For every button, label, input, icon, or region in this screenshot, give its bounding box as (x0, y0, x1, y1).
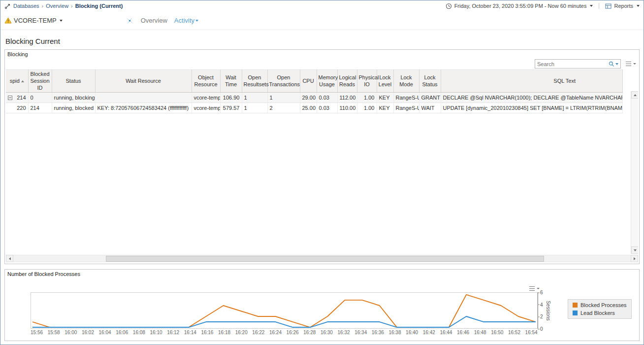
cell-physical-io: 1.00 (357, 93, 377, 103)
x-axis-labels: 15:5615:5816:0016:0216:0416:0616:0816:10… (31, 330, 538, 335)
breadcrumb-databases[interactable]: Databases (13, 3, 39, 9)
x-tick-label: 16:50 (491, 330, 503, 335)
instance-caret-icon[interactable] (60, 20, 63, 22)
page-title: Blocking Current (0, 30, 644, 48)
breadcrumb-current: Blocking (Current) (75, 3, 123, 9)
cell-wait-time: 579.57 (220, 103, 242, 113)
hscroll-track[interactable] (13, 255, 631, 262)
cell-cpu: 25.00 (300, 103, 317, 113)
vertical-scrollbar[interactable] (631, 91, 638, 254)
cell-lock-status: WAIT (419, 103, 441, 113)
search-options-caret-icon[interactable] (615, 63, 618, 65)
warning-icon (4, 17, 12, 24)
tab-activity[interactable]: Activity (174, 17, 198, 24)
grid-table-wrap: spid Blocked Session ID Status Wait Reso… (6, 69, 631, 254)
breadcrumb-overview[interactable]: Overview (46, 3, 68, 9)
y-tick-label: 6 (540, 290, 543, 295)
x-tick-label: 16:14 (184, 330, 196, 335)
blocking-panel: Blocking (4, 49, 640, 264)
legend-item-lead-blockers[interactable]: Lead Blockers (573, 310, 627, 316)
cell-wait-resource (95, 93, 192, 103)
grid-menu-icon[interactable] (626, 62, 636, 66)
x-tick-label: 16:52 (508, 330, 520, 335)
tab-activity-label: Activity (174, 17, 194, 24)
column-header-lock-status[interactable]: Lock Status (419, 70, 441, 93)
column-header-physical-io[interactable]: Physical IO (357, 70, 377, 93)
instance-name: VCORE-TEMP (14, 17, 57, 24)
column-header-open-resultsets[interactable]: Open Resultsets (242, 70, 267, 93)
cell-sql-text: UPDATE [dynamic_202010230845] SET [BNAME… (441, 103, 623, 113)
scroll-up-button[interactable] (631, 91, 638, 99)
scroll-right-button[interactable] (631, 255, 638, 262)
breadcrumb-separator-icon (42, 3, 44, 9)
menu-bars-icon (529, 286, 535, 291)
line-chart (31, 292, 538, 329)
column-label: spid (10, 78, 20, 85)
legend-label: Lead Blockers (580, 310, 615, 316)
cell-lock-status: GRANT (419, 93, 441, 103)
clock-icon (446, 3, 452, 9)
x-tick-label: 16:46 (457, 330, 469, 335)
y-tick-label: 2 (540, 314, 543, 319)
column-header-wait-time[interactable]: Wait Time (220, 70, 242, 93)
table-row[interactable]: 220 214 running, blocked KEY: 8:72057606… (6, 103, 623, 113)
topbar-divider (599, 3, 599, 9)
x-tick-label: 15:58 (48, 330, 60, 335)
arrow-down-icon (634, 249, 637, 251)
reports-button[interactable]: Reports (614, 3, 633, 9)
x-tick-label: 16:42 (423, 330, 435, 335)
legend-item-blocked-processes[interactable]: Blocked Processes (573, 302, 627, 308)
column-header-wait-resource[interactable]: Wait Resource (95, 70, 192, 93)
breadcrumb: Databases Overview Blocking (Current) (4, 3, 123, 9)
column-header-lock-mode[interactable]: Lock Mode (393, 70, 419, 93)
chart-menu-icon[interactable] (529, 286, 540, 291)
grid-menu-caret-icon (633, 63, 636, 65)
menu-bars-icon (626, 62, 631, 66)
chart-body: 15:5615:5816:0016:0216:0416:0616:0816:10… (5, 292, 639, 335)
table-row[interactable]: 214 0 running, blocking vcore-temp 106.9… (6, 93, 623, 103)
time-range-caret-icon[interactable] (590, 5, 593, 7)
cell-sql-text: DECLARE @Sql NVARCHAR(1000); DECLARE @Ta… (441, 93, 623, 103)
search-icon[interactable] (609, 61, 614, 67)
y-axis-title: Sessions (546, 292, 551, 329)
chart-panel-title: Number of Blocked Processes (5, 270, 639, 277)
x-tick-label: 15:56 (31, 330, 43, 335)
scroll-left-button[interactable] (6, 255, 13, 262)
column-header-open-transactions[interactable]: Open Transactions (267, 70, 300, 93)
reports-caret-icon[interactable] (637, 5, 640, 7)
column-header-status[interactable]: Status (52, 70, 95, 93)
activity-caret-icon[interactable] (195, 20, 198, 22)
chart-series-line (32, 316, 536, 327)
x-tick-label: 16:28 (303, 330, 316, 335)
column-header-cpu[interactable]: CPU (300, 70, 317, 93)
column-header-memory-usage[interactable]: Memory Usage (317, 70, 337, 93)
x-tick-label: 16:26 (287, 330, 299, 335)
search-input[interactable] (537, 61, 609, 67)
cell-status: running, blocking (52, 93, 95, 103)
horizontal-scrollbar[interactable] (6, 255, 638, 262)
time-range-selector[interactable]: Friday, October 23, 2020 3:55:09 PM - No… (454, 3, 587, 9)
column-header-sql-text[interactable]: SQL Text (441, 70, 623, 93)
instance-toolbar: VCORE-TEMP Overview Activity (0, 11, 644, 30)
collapse-row-icon[interactable] (8, 96, 12, 100)
blocked-processes-swatch-icon (573, 303, 578, 308)
hscroll-thumb[interactable] (106, 256, 544, 262)
x-tick-label: 16:06 (116, 330, 128, 335)
topbar-right: Friday, October 23, 2020 3:55:09 PM - No… (446, 3, 640, 9)
column-header-logical-reads[interactable]: Logical Reads (337, 70, 357, 93)
column-header-blocked-session-id[interactable]: Blocked Session ID (28, 70, 52, 93)
column-header-spid[interactable]: spid (6, 70, 28, 93)
sort-asc-icon (21, 80, 24, 82)
instance-selector[interactable]: VCORE-TEMP (4, 17, 63, 24)
column-header-lock-level[interactable]: Lock Level (377, 70, 393, 93)
x-tick-label: 16:12 (167, 330, 179, 335)
legend-label: Blocked Processes (580, 302, 627, 308)
x-tick-label: 16:54 (525, 330, 538, 335)
y-axis: 6420 (538, 292, 546, 329)
app-window: Databases Overview Blocking (Current) Fr… (0, 0, 644, 345)
y-tick-label: 4 (540, 302, 543, 307)
scroll-down-button[interactable] (631, 246, 638, 254)
column-header-object-resource[interactable]: Object Resource (192, 70, 220, 93)
x-tick-label: 16:34 (354, 330, 367, 335)
tab-overview[interactable]: Overview (141, 17, 167, 24)
